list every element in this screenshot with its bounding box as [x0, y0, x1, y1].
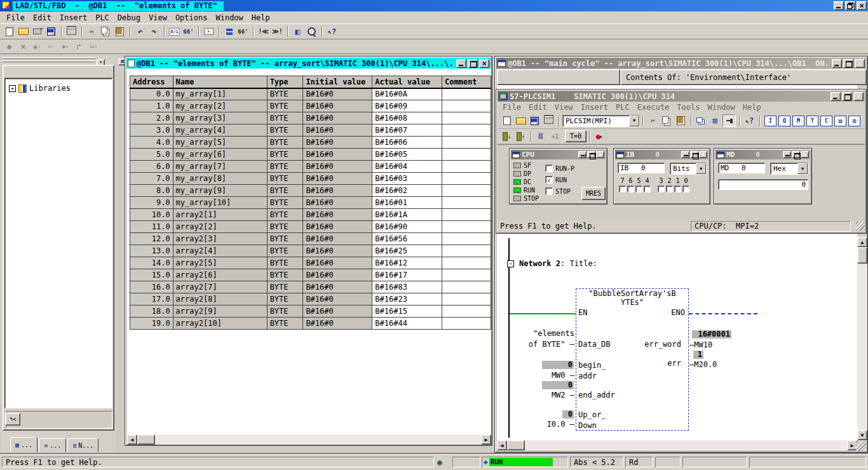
main-toolbar[interactable]	[0, 24, 868, 39]
table-row[interactable]: 18.0array2[9]BYTEB#16#0B#16#15	[130, 306, 491, 318]
call-stack-icon[interactable]	[86, 40, 100, 53]
plcsim-menu-plc[interactable]: PLC	[614, 102, 631, 112]
table-row[interactable]: 5.0my_array[6]BYTEB#16#0B#16#05	[130, 149, 491, 161]
insert-input-icon[interactable]: I	[764, 116, 776, 126]
menu-insert[interactable]: Insert	[58, 13, 88, 23]
insert-memory-icon[interactable]: M	[792, 116, 804, 126]
panel-grip[interactable]	[3, 56, 95, 64]
plcsim-insert-icons[interactable]: IQMTC▤▥	[764, 116, 862, 126]
cpu-maximize-button[interactable]	[587, 151, 595, 158]
hscroll-thumb[interactable]	[507, 440, 525, 450]
preview-icon[interactable]	[305, 25, 318, 38]
table-row[interactable]: 13.0array2[4]BYTEB#16#0B#16#25	[130, 245, 491, 257]
t0-button[interactable]: T=0	[565, 130, 587, 142]
ib-maximize-button[interactable]	[690, 151, 698, 158]
menu-plc[interactable]: PLC	[94, 13, 111, 23]
resize-grip[interactable]	[856, 441, 866, 451]
md-address-input[interactable]: MD 0	[718, 163, 765, 173]
monitor-icon[interactable]	[182, 25, 195, 38]
column-header[interactable]: Comment	[442, 76, 491, 88]
menu-help[interactable]: Help	[250, 13, 271, 23]
open-icon[interactable]	[17, 25, 30, 38]
plcsim-toolbar-right[interactable]	[646, 114, 757, 127]
ib-panel-titlebar[interactable]: IB 0	[615, 150, 709, 159]
checkbox-stop[interactable]: STOP	[545, 187, 574, 195]
tab-call-structure[interactable]: ≡...	[39, 438, 66, 452]
ib-close-button[interactable]	[699, 151, 707, 158]
plcsim-menubar[interactable]: FileEditViewInsertPLCExecuteToolsWindowH…	[498, 102, 865, 113]
redo-icon[interactable]	[147, 25, 161, 38]
ob1-maximize-button[interactable]	[843, 59, 853, 68]
step-cmd-icon[interactable]	[514, 130, 527, 143]
column-header[interactable]: Initial value	[303, 76, 372, 88]
bit-checkbox[interactable]	[682, 185, 689, 192]
insert-generic-icon[interactable]: ▤	[834, 116, 846, 126]
ob1-close-button[interactable]	[855, 59, 865, 68]
checkbox-run[interactable]: ✓RUN	[545, 176, 574, 184]
db1-close-button[interactable]	[479, 59, 489, 68]
plcsim-close-button[interactable]	[853, 92, 864, 101]
plcsim-toolbar2-left[interactable]	[500, 130, 562, 143]
plcsim-minimize-button[interactable]	[831, 92, 841, 101]
plus1-icon[interactable]	[548, 130, 562, 143]
bit-checkbox[interactable]	[666, 185, 673, 192]
table-row[interactable]: 19.0array2[10]BYTEB#16#0B#16#44	[130, 318, 491, 330]
print-icon[interactable]	[65, 25, 78, 38]
save-icon[interactable]	[44, 25, 58, 38]
delete-breakpoints-icon[interactable]	[17, 40, 30, 53]
column-header[interactable]: Address	[130, 76, 173, 88]
table-row[interactable]: 3.0my_array[4]BYTEB#16#0B#16#07	[130, 124, 491, 137]
data-db-operand-line2[interactable]: of BYTE" —	[514, 340, 574, 349]
column-header[interactable]: Name	[173, 76, 267, 88]
network-header[interactable]: Network 2	[519, 259, 560, 268]
pause-icon[interactable]	[534, 130, 548, 143]
bit-checkbox[interactable]	[644, 185, 651, 192]
tree-root-label[interactable]: Libraries	[29, 84, 71, 93]
md-minimize-button[interactable]	[783, 151, 791, 158]
cut-icon[interactable]	[85, 25, 98, 38]
activate-breakpoint-icon[interactable]	[31, 40, 44, 53]
table-row[interactable]: 10.0array2[1]BYTEB#16#0B#16#1A	[130, 209, 491, 221]
menu-view[interactable]: View	[147, 13, 168, 23]
tile-icon[interactable]	[709, 114, 722, 127]
table-row[interactable]: 12.0array2[3]BYTEB#16#0B#16#56	[130, 233, 491, 245]
md-maximize-button[interactable]	[792, 151, 800, 158]
data-db-operand-line1[interactable]: "elements	[514, 330, 574, 338]
tree-expand-icon[interactable]: +	[9, 85, 16, 92]
download-icon[interactable]	[168, 25, 181, 38]
cut-icon[interactable]	[646, 114, 660, 127]
debug-toolbar[interactable]	[0, 39, 868, 54]
libraries-tree[interactable]: + Libraries	[4, 78, 112, 408]
table-row[interactable]: 16.0array2[7]BYTEB#16#0B#16#83	[130, 281, 491, 293]
bit-checkbox[interactable]	[658, 185, 665, 192]
db1-maximize-button[interactable]	[468, 59, 478, 68]
print-icon[interactable]	[542, 114, 555, 127]
close-button[interactable]	[857, 1, 867, 10]
table-row[interactable]: 2.0my_array[3]BYTEB#16#0B#16#08	[130, 112, 491, 124]
menu-options[interactable]: Options	[174, 13, 209, 23]
prev-error-icon[interactable]	[257, 25, 270, 38]
cpu-close-button[interactable]	[596, 151, 604, 158]
clear-icon[interactable]	[202, 25, 215, 38]
plcsim-menu-edit[interactable]: Edit	[527, 102, 548, 112]
breakpoint-icon[interactable]	[3, 40, 16, 53]
plcsim-menu-view[interactable]: View	[553, 102, 574, 112]
chevron-down-icon[interactable]: ▼	[797, 163, 808, 174]
scroll-left-button[interactable]: ◀	[127, 434, 137, 445]
cpu-minimize-button[interactable]	[578, 151, 587, 158]
table-row[interactable]: 1.0my_array[2]BYTEB#16#0B#16#09	[130, 100, 491, 112]
err-operand[interactable]: —M20.0	[689, 361, 717, 369]
ob1-titlebar[interactable]: @OB1 -- "main cycle" -- array_sort\SIMAT…	[496, 58, 866, 69]
insert-vertical-bits-icon[interactable]: ▥	[848, 116, 860, 126]
scroll-left-button[interactable]: ◀	[497, 440, 507, 450]
tab-networks[interactable]: ≣N...	[67, 438, 98, 452]
new-window-icon[interactable]	[291, 25, 304, 38]
insert-counter-icon[interactable]: C	[820, 116, 832, 126]
plcsim-menu-tools[interactable]: Tools	[675, 102, 701, 112]
plcsim-menu-file[interactable]: File	[501, 102, 522, 112]
checkbox-run-p[interactable]: RUN-P	[545, 164, 574, 172]
plcsim-menu-execute[interactable]: Execute	[636, 102, 671, 112]
table-row[interactable]: 4.0my_array[5]BYTEB#16#0B#16#06	[130, 137, 491, 149]
network-collapse-icon[interactable]: −	[507, 260, 514, 267]
bit-checkbox[interactable]	[674, 185, 681, 192]
